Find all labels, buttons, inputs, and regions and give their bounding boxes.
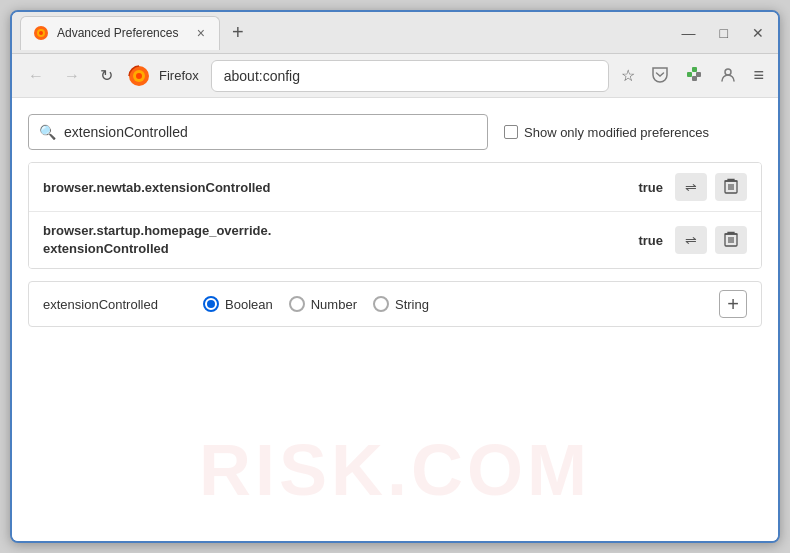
row-actions-1: ⇌ — [675, 173, 747, 201]
close-window-button[interactable]: ✕ — [746, 21, 770, 45]
svg-rect-6 — [687, 72, 692, 77]
pocket-icon[interactable] — [647, 61, 673, 91]
svg-rect-7 — [692, 67, 697, 72]
table-row: browser.newtab.extensionControlled true … — [29, 163, 761, 212]
results-table: browser.newtab.extensionControlled true … — [28, 162, 762, 269]
number-label: Number — [311, 297, 357, 312]
svg-rect-9 — [692, 76, 697, 81]
reload-button[interactable]: ↻ — [94, 62, 119, 89]
watermark: RISK.COM — [199, 429, 591, 511]
boolean-radio[interactable] — [203, 296, 219, 312]
show-modified-checkbox[interactable] — [504, 125, 518, 139]
restore-button[interactable]: □ — [714, 21, 734, 45]
search-icon: 🔍 — [39, 124, 56, 140]
browser-window: Advanced Preferences × + — □ ✕ ← → ↻ Fir… — [10, 10, 780, 543]
svg-rect-8 — [696, 72, 701, 77]
preference-search-box[interactable]: 🔍 — [28, 114, 488, 150]
new-tab-button[interactable]: + — [224, 21, 252, 44]
tab-favicon — [33, 25, 49, 41]
string-label: String — [395, 297, 429, 312]
number-radio[interactable] — [289, 296, 305, 312]
back-button[interactable]: ← — [22, 63, 50, 89]
address-bar[interactable]: about:config — [211, 60, 610, 92]
minimize-button[interactable]: — — [676, 21, 702, 45]
delete-icon — [724, 231, 738, 250]
show-modified-text: Show only modified preferences — [524, 125, 709, 140]
svg-point-5 — [136, 73, 142, 79]
hamburger-menu-icon[interactable]: ≡ — [749, 61, 768, 90]
firefox-logo — [127, 64, 151, 88]
nav-icons: ☆ ≡ — [617, 61, 768, 91]
svg-point-2 — [39, 31, 43, 35]
tab-close-button[interactable]: × — [195, 25, 207, 41]
delete-icon — [724, 178, 738, 197]
content-area: RISK.COM 🔍 Show only modified preference… — [12, 98, 778, 541]
delete-button-2[interactable] — [715, 226, 747, 254]
boolean-label: Boolean — [225, 297, 273, 312]
address-text: about:config — [224, 68, 300, 84]
new-pref-name: extensionControlled — [43, 297, 183, 312]
toggle-button-1[interactable]: ⇌ — [675, 173, 707, 201]
browser-tab[interactable]: Advanced Preferences × — [20, 16, 220, 50]
add-preference-row: extensionControlled Boolean Number Strin… — [28, 281, 762, 327]
nav-bar: ← → ↻ Firefox about:config ☆ — [12, 54, 778, 98]
show-modified-label[interactable]: Show only modified preferences — [504, 125, 709, 140]
add-preference-button[interactable]: + — [719, 290, 747, 318]
pref-value-1: true — [626, 180, 663, 195]
pref-name-2: browser.startup.homepage_override.extens… — [43, 222, 626, 258]
string-option[interactable]: String — [373, 296, 429, 312]
extension-icon[interactable] — [681, 61, 707, 91]
search-input[interactable] — [64, 124, 477, 140]
tab-title: Advanced Preferences — [57, 26, 187, 40]
profile-icon[interactable] — [715, 61, 741, 91]
toggle-icon: ⇌ — [685, 232, 697, 248]
pref-value-2: true — [626, 233, 663, 248]
string-radio[interactable] — [373, 296, 389, 312]
boolean-option[interactable]: Boolean — [203, 296, 273, 312]
svg-point-10 — [725, 69, 731, 75]
forward-button[interactable]: → — [58, 63, 86, 89]
search-row: 🔍 Show only modified preferences — [28, 114, 762, 150]
toggle-button-2[interactable]: ⇌ — [675, 226, 707, 254]
delete-button-1[interactable] — [715, 173, 747, 201]
firefox-label: Firefox — [159, 68, 199, 83]
table-row: browser.startup.homepage_override.extens… — [29, 212, 761, 268]
type-radio-group: Boolean Number String — [203, 296, 429, 312]
title-bar: Advanced Preferences × + — □ ✕ — [12, 12, 778, 54]
window-controls: — □ ✕ — [676, 21, 770, 45]
bookmark-icon[interactable]: ☆ — [617, 62, 639, 89]
number-option[interactable]: Number — [289, 296, 357, 312]
pref-name-1: browser.newtab.extensionControlled — [43, 180, 626, 195]
toggle-icon: ⇌ — [685, 179, 697, 195]
row-actions-2: ⇌ — [675, 226, 747, 254]
